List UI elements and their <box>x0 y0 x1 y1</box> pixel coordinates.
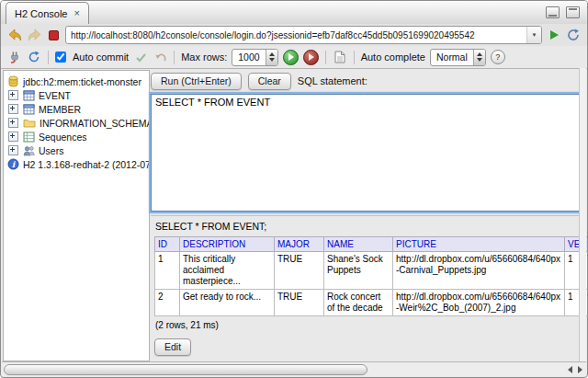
minimize-icon[interactable] <box>546 6 560 18</box>
executed-query: SELECT * FROM EVENT; <box>155 221 581 232</box>
cell-description: This critically acclaimed masterpiece... <box>180 252 275 290</box>
expand-icon[interactable] <box>8 118 18 128</box>
edit-button[interactable]: Edit <box>154 338 191 356</box>
tree-item-member[interactable]: MEMBER <box>4 102 149 116</box>
query-panel: Run (Ctrl+Enter) Clear SQL statement: SE… <box>151 70 581 361</box>
tree-item-label: EVENT <box>39 90 71 101</box>
view-tab-bar: H2 Console × <box>1 1 587 25</box>
auto-commit-label: Auto commit <box>73 52 129 63</box>
expand-icon[interactable] <box>8 90 18 100</box>
clear-button[interactable]: Clear <box>248 73 291 90</box>
tree-item-version: i H2 1.3.168-redhat-2 (2012-07-13 <box>4 157 149 171</box>
cell-major: TRUE <box>275 252 324 290</box>
max-rows-value: 1000 <box>232 50 265 65</box>
max-rows-label: Max rows: <box>181 52 227 63</box>
tree-item-label: Sequences <box>39 132 87 143</box>
auto-commit-checkbox[interactable] <box>55 52 66 63</box>
folder-icon <box>23 118 36 128</box>
tree-item-connection[interactable]: jdbc:h2:mem:ticket-monster <box>4 74 149 88</box>
cell-major: TRUE <box>275 290 324 316</box>
run-icon[interactable] <box>283 50 299 65</box>
table-row: 1 This critically acclaimed masterpiece.… <box>155 252 588 290</box>
tab-h2-console[interactable]: H2 Console × <box>6 2 89 25</box>
col-major: MAJOR <box>275 237 324 252</box>
cell-description: Get ready to rock... <box>180 290 275 316</box>
cell-name: Shane's Sock Puppets <box>324 252 393 290</box>
tree-item-label: INFORMATION_SCHEMA <box>40 118 149 129</box>
tree-item-users[interactable]: Users <box>4 143 149 157</box>
tab-title: H2 Console <box>15 8 67 19</box>
cell-id: 1 <box>155 252 180 290</box>
h2-toolbar: Auto commit Max rows: 1000 Auto complete… <box>1 46 587 69</box>
refresh-page-icon[interactable] <box>566 28 581 42</box>
run-button[interactable]: Run (Ctrl+Enter) <box>151 73 242 90</box>
results-panel: SELECT * FROM EVENT; ID DESCRIPTION MAJO… <box>151 215 581 361</box>
database-icon <box>7 75 19 87</box>
table-row: 2 Get ready to rock... TRUE Rock concert… <box>155 290 588 316</box>
expand-icon[interactable] <box>8 145 18 155</box>
close-icon[interactable]: × <box>74 8 79 18</box>
sql-input[interactable]: SELECT * FROM EVENT <box>151 94 581 212</box>
tree-item-information-schema[interactable]: INFORMATION_SCHEMA <box>4 116 149 130</box>
back-icon[interactable] <box>7 28 22 42</box>
url-dropdown-icon[interactable]: ▼ <box>526 27 541 43</box>
cell-picture: http://dl.dropbox.com/u/65660684/640px-W… <box>393 290 565 316</box>
auto-complete-select[interactable]: Normal <box>430 49 486 66</box>
stepper-icon[interactable] <box>266 50 277 65</box>
col-picture: PICTURE <box>393 237 565 252</box>
cell-id: 2 <box>155 290 180 316</box>
results-table: ID DESCRIPTION MAJOR NAME PICTURE VERSIO… <box>154 236 588 316</box>
auto-complete-label: Auto complete <box>361 52 425 63</box>
toolbar-separator <box>325 51 326 64</box>
table-icon <box>23 90 35 101</box>
run-selected-icon[interactable] <box>303 50 319 65</box>
sql-statement-label: SQL statement: <box>298 75 368 86</box>
tree-item-event[interactable]: EVENT <box>4 88 149 102</box>
col-name: NAME <box>324 237 393 252</box>
tree-item-label: Users <box>39 145 63 156</box>
expand-icon[interactable] <box>8 132 18 142</box>
auto-complete-value: Normal <box>431 50 473 65</box>
help-icon[interactable]: ? <box>491 50 505 64</box>
col-description: DESCRIPTION <box>180 237 275 252</box>
commit-icon[interactable] <box>133 50 148 64</box>
rollback-icon[interactable] <box>153 50 167 64</box>
refresh-objects-icon[interactable] <box>27 50 41 64</box>
browser-toolbar: ▼ <box>1 24 587 47</box>
go-icon[interactable] <box>547 28 561 42</box>
edit-result-icon[interactable] <box>333 50 347 64</box>
toolbar-separator <box>174 51 175 64</box>
stepper-icon[interactable] <box>473 50 485 65</box>
h2-console-view: H2 Console × ▼ <box>0 0 588 378</box>
url-field: ▼ <box>65 26 542 44</box>
stop-icon[interactable] <box>46 28 61 42</box>
users-icon <box>23 145 35 156</box>
vertical-scrollbar[interactable] <box>579 68 586 362</box>
max-rows-select[interactable]: 1000 <box>232 49 277 66</box>
toolbar-separator <box>354 51 355 64</box>
tree-item-label: jdbc:h2:mem:ticket-monster <box>23 76 141 87</box>
scrollbar-thumb[interactable] <box>4 364 368 375</box>
horizontal-scrollbar[interactable] <box>2 361 586 376</box>
table-header-row: ID DESCRIPTION MAJOR NAME PICTURE VERSIO… <box>155 237 588 252</box>
expand-icon[interactable] <box>8 104 18 114</box>
forward-icon[interactable] <box>27 28 41 42</box>
col-id: ID <box>155 237 180 252</box>
cell-picture: http://dl.dropbox.com/u/65660684/640px-C… <box>393 252 565 290</box>
tree-item-sequences[interactable]: Sequences <box>4 130 149 143</box>
scroll-right-icon[interactable] <box>578 366 582 373</box>
scroll-left-icon[interactable] <box>568 366 572 373</box>
tree-item-label: MEMBER <box>39 104 81 115</box>
database-tree: jdbc:h2:mem:ticket-monster EVENT MEMBER … <box>3 70 150 361</box>
tree-item-label: H2 1.3.168-redhat-2 (2012-07-13 <box>23 159 149 170</box>
row-count-status: (2 rows, 21 ms) <box>155 320 581 330</box>
maximize-icon[interactable] <box>566 6 580 18</box>
cell-name: Rock concert of the decade <box>324 290 393 316</box>
sequences-icon <box>23 132 35 143</box>
url-input[interactable] <box>66 30 526 40</box>
info-icon: i <box>7 158 19 170</box>
table-icon <box>23 104 35 115</box>
disconnect-icon[interactable] <box>7 50 22 64</box>
toolbar-separator <box>48 51 49 64</box>
